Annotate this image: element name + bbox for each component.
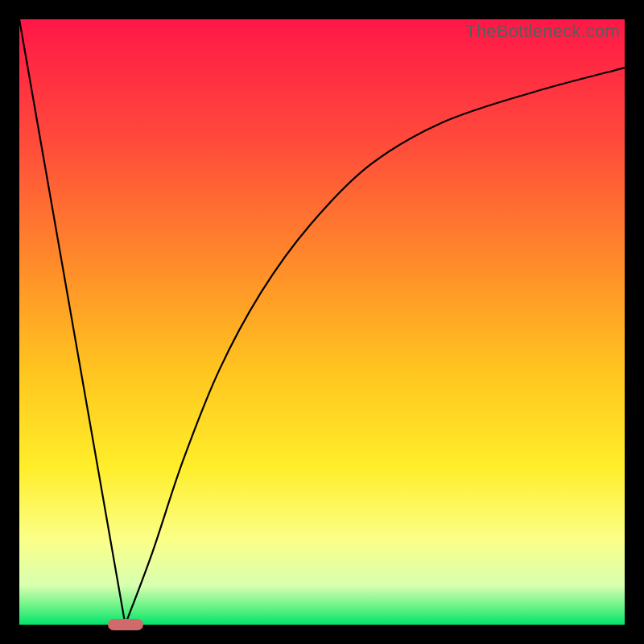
- watermark-text: TheBottleneck.com: [465, 21, 620, 42]
- chart-frame: TheBottleneck.com: [19, 19, 625, 625]
- minimum-marker: [108, 619, 143, 630]
- chart-curve: [19, 19, 625, 625]
